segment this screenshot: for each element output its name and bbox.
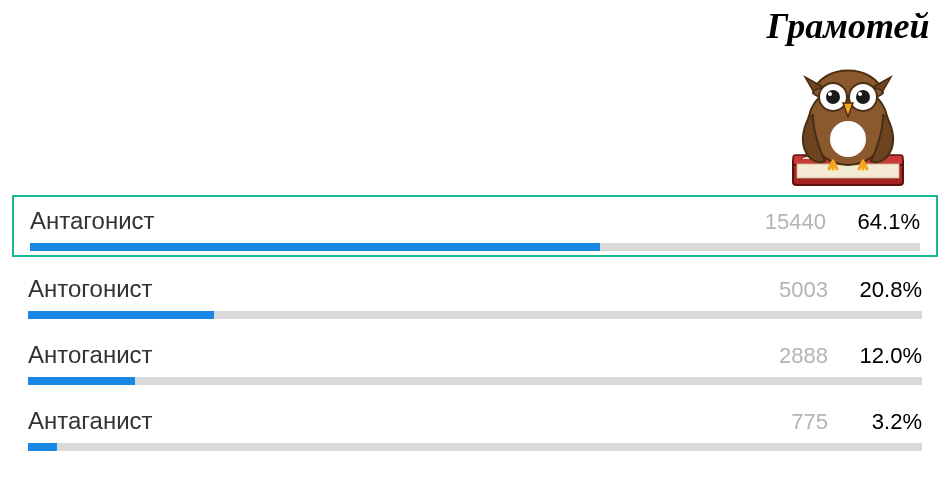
svg-point-10 xyxy=(828,92,832,96)
svg-point-9 xyxy=(856,90,870,104)
poll-bar-track xyxy=(28,311,922,319)
poll-bar-fill xyxy=(28,311,214,319)
poll-option-header: Антоганист 2888 12.0% xyxy=(28,341,922,369)
poll-option-label: Антаганист xyxy=(28,407,153,435)
poll-option-count: 775 xyxy=(791,409,828,435)
poll-option-header: Антаганист 775 3.2% xyxy=(28,407,922,435)
poll-option-count: 2888 xyxy=(779,343,828,369)
poll-bar-track xyxy=(28,443,922,451)
svg-point-8 xyxy=(826,90,840,104)
poll-option-2[interactable]: Антоганист 2888 12.0% xyxy=(12,331,938,389)
owl-on-book-icon xyxy=(783,51,913,191)
poll-bar-fill xyxy=(30,243,600,251)
poll-bar-fill xyxy=(28,377,135,385)
poll-option-count: 15440 xyxy=(765,209,826,235)
poll-option-percent: 12.0% xyxy=(852,343,922,369)
poll-option-label: Антагонист xyxy=(30,207,155,235)
svg-point-5 xyxy=(830,121,866,157)
poll-option-percent: 64.1% xyxy=(850,209,920,235)
poll-bar-track xyxy=(28,377,922,385)
poll-option-percent: 3.2% xyxy=(852,409,922,435)
poll-option-stats: 2888 12.0% xyxy=(779,343,922,369)
poll-option-0[interactable]: Антагонист 15440 64.1% xyxy=(12,195,938,257)
poll-bar-track xyxy=(30,243,920,251)
poll-option-percent: 20.8% xyxy=(852,277,922,303)
brand-logo: Грамотей xyxy=(758,5,938,195)
poll-option-stats: 15440 64.1% xyxy=(765,209,920,235)
poll-option-3[interactable]: Антаганист 775 3.2% xyxy=(12,397,938,455)
poll-option-count: 5003 xyxy=(779,277,828,303)
brand-title: Грамотей xyxy=(758,5,938,47)
poll-option-1[interactable]: Антогонист 5003 20.8% xyxy=(12,265,938,323)
svg-rect-2 xyxy=(797,164,899,178)
poll-option-label: Антоганист xyxy=(28,341,153,369)
poll-option-header: Антагонист 15440 64.1% xyxy=(30,207,920,235)
poll-option-header: Антогонист 5003 20.8% xyxy=(28,275,922,303)
poll-option-stats: 775 3.2% xyxy=(791,409,922,435)
poll-results: Антагонист 15440 64.1% Антогонист 5003 2… xyxy=(12,195,938,463)
poll-option-stats: 5003 20.8% xyxy=(779,277,922,303)
poll-bar-fill xyxy=(28,443,57,451)
svg-point-11 xyxy=(858,92,862,96)
poll-option-label: Антогонист xyxy=(28,275,153,303)
